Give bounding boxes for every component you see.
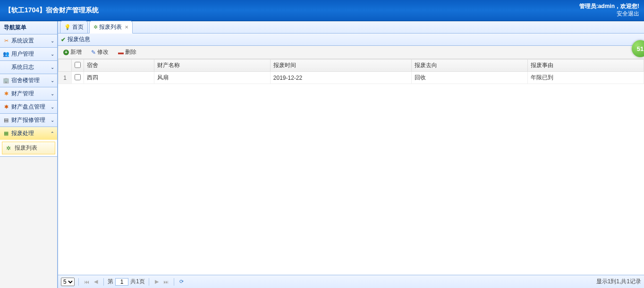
menu-icon: ✂ [3,38,9,44]
add-button[interactable]: +新增 [61,47,84,57]
sidebar-item-4[interactable]: ✱财产管理⌄ [0,87,57,100]
menu-label: 财产报修管理 [11,116,45,124]
nav-sidebar: 导航菜单 ✂系统设置⌄👥用户管理⌄系统日志⌄🏢宿舍楼管理⌄✱财产管理⌄✱财产盘点… [0,21,58,288]
sidebar-item-0[interactable]: ✂系统设置⌄ [0,34,57,47]
panel-title-text: 报废信息 [68,35,90,43]
tab-icon: 💡 [64,24,71,30]
tab-0[interactable]: 💡首页 [60,21,88,33]
next-page-button[interactable]: ▶ [153,278,161,286]
app-title: 【软工1704】宿舍财产管理系统 [5,6,99,15]
chevron-down-icon: ⌄ [51,38,54,43]
check-icon: ✔ [61,36,66,43]
menu-label: 财产管理 [11,90,34,98]
edit-button[interactable]: ✎修改 [89,47,111,57]
sidebar-item-6[interactable]: ▤财产报修管理⌄ [0,114,57,127]
sidebar-item-7[interactable]: ▦报废处理⌄ [0,127,57,140]
column-header[interactable]: 报废去向 [412,59,528,72]
sidebar-item-2[interactable]: 系统日志⌄ [0,61,57,74]
menu-label: 用户管理 [11,50,34,58]
select-all-checkbox[interactable] [75,62,81,68]
row-checkbox[interactable] [75,74,81,80]
add-label: 新增 [70,48,82,56]
logout-link[interactable]: 安全退出 [579,10,639,18]
delete-button[interactable]: ▬删除 [116,47,139,57]
prev-page-button[interactable]: ◀ [92,278,100,286]
main-area: 💡首页✲报废列表✕ ✔ 报废信息 +新增 ✎修改 ▬删除 宿舍财产名称报废时间报… [58,21,644,288]
pager-info: 显示1到1,共1记录 [596,278,641,286]
page-input[interactable] [115,278,128,286]
menu-icon [3,64,9,71]
pager: 5 ⏮ ◀ 第 共1页 ▶ ⏭ ⟳ 显示1到1,共1记录 [58,275,644,288]
tab-icon: ✲ [93,24,98,30]
table-row[interactable]: 1西四风扇2019-12-22回收年限已到 [59,72,644,84]
col-checkbox [72,59,84,72]
menu-icon: 👥 [3,51,9,58]
column-header[interactable]: 报废时间 [270,59,412,72]
cell: 回收 [412,72,528,84]
menu-icon: ✱ [3,104,9,110]
refresh-button[interactable]: ⟳ [178,278,186,286]
col-rownum [59,59,72,72]
column-header[interactable]: 报废事由 [528,59,644,72]
content-panel: ✔ 报废信息 +新增 ✎修改 ▬删除 宿舍财产名称报废时间报废去向报废事由 1西… [58,34,644,288]
chevron-down-icon: ⌄ [51,51,54,57]
toolbar: +新增 ✎修改 ▬删除 [58,46,644,59]
column-header[interactable]: 财产名称 [154,59,271,72]
chevron-down-icon: ⌄ [51,78,54,83]
page-size-select[interactable]: 5 [61,278,75,286]
total-pages: 共1页 [130,278,145,286]
sidebar-item-5[interactable]: ✱财产盘点管理⌄ [0,101,57,113]
sidebar-item-1[interactable]: 👥用户管理⌄ [0,48,57,60]
admin-label: 管理员:admin [579,3,615,9]
sub-item[interactable]: ✲报废列表 [2,142,55,154]
app-header: 【软工1704】宿舍财产管理系统 管理员:admin，欢迎您! 安全退出 [0,0,644,21]
sidebar-item-3[interactable]: 🏢宿舍楼管理⌄ [0,74,57,87]
list-icon: ✲ [6,145,13,152]
menu-label: 系统设置 [11,37,34,45]
cell: 年限已到 [528,72,644,84]
menu-label: 财产盘点管理 [11,103,45,111]
column-header[interactable]: 宿舍 [84,59,154,72]
close-icon[interactable]: ✕ [125,25,128,30]
header-right: 管理员:admin，欢迎您! 安全退出 [579,3,639,17]
menu-icon: ✱ [3,91,9,97]
tab-1[interactable]: ✲报废列表✕ [89,21,133,34]
cell: 2019-12-22 [270,72,412,84]
menu-label: 报废处理 [11,129,34,137]
menu-icon: 🏢 [3,77,9,84]
cell: 风扇 [154,72,271,84]
row-chk [72,72,84,84]
sidebar-title: 导航菜单 [0,21,57,34]
chevron-down-icon: ⌄ [51,131,54,136]
menu-label: 宿舍楼管理 [11,76,40,85]
first-page-button[interactable]: ⏮ [83,278,90,286]
plus-icon: + [63,50,69,55]
tab-label: 首页 [72,23,84,31]
menu-icon: ▦ [3,130,9,137]
edit-label: 修改 [97,48,109,56]
menu-icon: ▤ [3,117,9,124]
panel-title: ✔ 报废信息 [58,34,644,46]
chevron-down-icon: ⌄ [51,104,54,110]
cell: 西四 [84,72,154,84]
menu-label: 系统日志 [11,63,34,71]
row-number: 1 [59,72,72,84]
tab-label: 报废列表 [99,23,122,31]
sub-label: 报废列表 [15,144,37,152]
delete-label: 删除 [125,48,136,56]
page-prefix: 第 [108,278,113,286]
minus-icon: ▬ [118,49,124,56]
tabs-bar: 💡首页✲报废列表✕ [58,21,644,34]
chevron-down-icon: ⌄ [51,118,54,123]
chevron-down-icon: ⌄ [51,91,54,96]
welcome-text: ，欢迎您! [615,3,639,9]
chevron-down-icon: ⌄ [51,65,54,70]
last-page-button[interactable]: ⏭ [162,278,170,286]
pencil-icon: ✎ [91,49,96,56]
data-grid: 宿舍财产名称报废时间报废去向报废事由 1西四风扇2019-12-22回收年限已到 [58,59,644,275]
